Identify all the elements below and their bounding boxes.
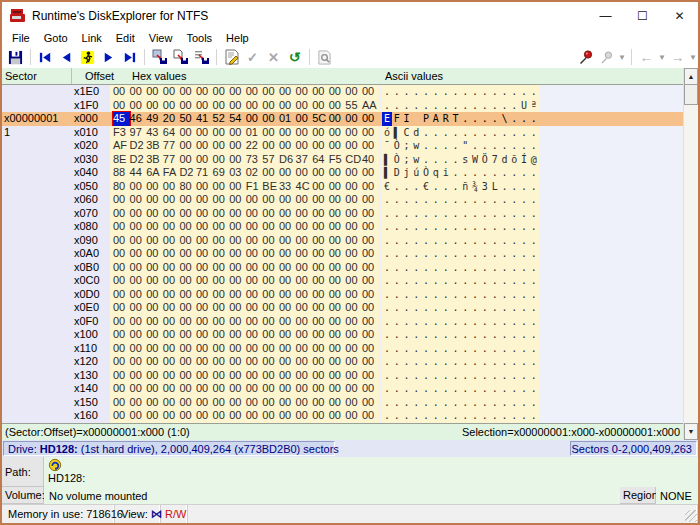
hex-byte[interactable]: 00 [229,328,246,342]
hex-byte[interactable]: 50 [179,112,196,126]
ascii-char[interactable]: . [470,99,480,113]
ascii-char[interactable]: . [451,382,461,396]
ascii-char[interactable]: ▌ [382,166,392,180]
ascii-char[interactable]: . [392,382,402,396]
ascii-char[interactable]: . [382,274,392,288]
hex-byte[interactable]: 00 [146,99,163,113]
hex-byte[interactable]: 3B [146,139,163,153]
ascii-char[interactable]: . [519,247,529,261]
ascii-char[interactable]: . [402,207,412,221]
hex-byte[interactable]: 00 [312,355,329,369]
hex-byte[interactable]: 00 [262,288,279,302]
ascii-char[interactable]: . [519,315,529,329]
ascii-char[interactable]: . [392,247,402,261]
hex-byte[interactable]: 00 [279,396,296,410]
hex-byte[interactable]: 00 [246,328,263,342]
hex-byte[interactable]: 00 [246,274,263,288]
hex-byte[interactable]: 00 [296,315,313,329]
hex-byte[interactable]: 00 [213,126,230,140]
hex-byte[interactable]: 00 [345,193,362,207]
ascii-char[interactable]: . [529,193,539,207]
hex-byte[interactable]: 64 [312,153,329,167]
hex-byte[interactable]: 00 [296,301,313,315]
hex-byte[interactable]: 00 [130,342,147,356]
hex-byte[interactable]: 00 [345,112,362,126]
hex-byte[interactable]: 00 [329,288,346,302]
ascii-char[interactable]: . [509,85,519,99]
hex-byte[interactable]: 00 [312,126,329,140]
copy-to-clipboard-icon[interactable] [170,47,191,67]
hex-byte[interactable]: 00 [179,234,196,248]
hex-byte[interactable]: 00 [329,301,346,315]
ascii-char[interactable]: . [519,355,529,369]
hex-byte[interactable]: 00 [262,166,279,180]
hex-byte[interactable]: 00 [296,139,313,153]
ascii-char[interactable]: . [451,261,461,275]
ascii-char[interactable]: . [480,301,490,315]
hex-byte[interactable]: 00 [130,315,147,329]
hex-byte[interactable]: 00 [130,382,147,396]
ascii-char[interactable]: . [500,261,510,275]
ascii-char[interactable]: . [421,139,431,153]
ascii-char[interactable]: . [500,99,510,113]
hex-byte[interactable]: 40 [362,153,379,167]
hex-byte[interactable]: 00 [296,85,313,99]
ascii-char[interactable]: . [529,315,539,329]
ascii-char[interactable]: . [431,369,441,383]
ascii-char[interactable]: . [431,328,441,342]
ascii-char[interactable]: R [441,112,451,126]
hex-byte[interactable]: 00 [246,355,263,369]
hex-byte[interactable]: 00 [312,301,329,315]
ascii-char[interactable]: w [411,153,421,167]
ascii-char[interactable]: . [500,355,510,369]
hex-byte[interactable]: D6 [279,153,296,167]
hex-byte[interactable]: 00 [196,153,213,167]
ascii-char[interactable]: . [392,328,402,342]
hex-byte[interactable]: 00 [130,328,147,342]
hex-byte[interactable]: 00 [345,126,362,140]
ascii-char[interactable]: . [509,288,519,302]
hex-byte[interactable]: F3 [113,126,130,140]
hex-byte[interactable]: 55 [345,99,362,113]
hex-byte[interactable]: 00 [262,261,279,275]
hex-byte[interactable]: 00 [296,193,313,207]
ascii-char[interactable]: . [392,261,402,275]
ascii-char[interactable]: . [382,85,392,99]
hex-byte[interactable]: 00 [163,247,180,261]
hex-byte[interactable]: 43 [146,126,163,140]
hex-byte[interactable]: 44 [130,166,147,180]
ascii-char[interactable]: . [509,328,519,342]
hex-byte[interactable]: 00 [163,207,180,221]
ascii-char[interactable]: . [490,99,500,113]
hex-byte[interactable]: 00 [279,207,296,221]
ascii-char[interactable]: . [441,234,451,248]
hex-byte[interactable]: 80 [113,180,130,194]
ascii-char[interactable]: . [382,220,392,234]
menu-help[interactable]: Help [219,30,256,46]
ascii-char[interactable]: . [500,193,510,207]
ascii-char[interactable]: . [490,234,500,248]
hex-byte[interactable]: 00 [262,342,279,356]
hex-byte[interactable]: 00 [213,315,230,329]
hex-byte[interactable]: 00 [279,234,296,248]
hex-byte[interactable]: 00 [229,180,246,194]
ascii-char[interactable]: . [441,99,451,113]
ascii-char[interactable]: . [490,139,500,153]
hex-byte[interactable]: 00 [329,193,346,207]
ascii-char[interactable]: . [480,247,490,261]
ascii-char[interactable]: ▌ [382,153,392,167]
ascii-char[interactable]: . [490,274,500,288]
hex-byte[interactable]: 00 [279,220,296,234]
ascii-char[interactable]: i [441,166,451,180]
hex-byte[interactable]: 00 [345,207,362,221]
ascii-char[interactable]: . [451,396,461,410]
next-sector-icon[interactable] [98,47,119,67]
hex-byte[interactable]: 00 [312,382,329,396]
hex-byte[interactable]: FA [163,166,180,180]
hex-byte[interactable]: 00 [329,274,346,288]
ascii-char[interactable]: . [470,328,480,342]
ascii-char[interactable]: . [509,112,519,126]
ascii-char[interactable]: . [382,99,392,113]
ascii-char[interactable]: . [441,342,451,356]
ascii-char[interactable]: . [500,328,510,342]
